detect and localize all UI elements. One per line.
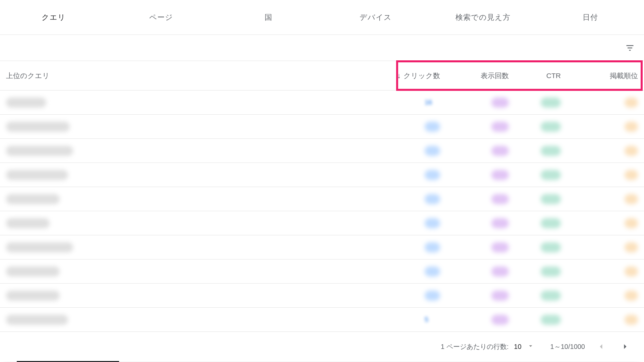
ctr-value	[541, 242, 561, 252]
query-text-blurred	[6, 194, 60, 204]
tab-country[interactable]: 国	[215, 0, 322, 35]
filter-icon[interactable]	[625, 43, 635, 53]
column-header-label: 上位のクエリ	[6, 72, 50, 79]
clicks-value	[425, 218, 440, 228]
column-header-position[interactable]: 掲載順位	[561, 71, 638, 80]
impressions-value	[491, 194, 509, 204]
tab-page[interactable]: ページ	[107, 0, 215, 35]
pagination-prev-button[interactable]	[593, 339, 609, 355]
tab-label: 国	[265, 12, 272, 22]
impressions-value	[491, 218, 509, 228]
table-row[interactable]	[0, 163, 644, 187]
rows-per-page-value[interactable]: 10	[514, 343, 521, 351]
tabs-bar: クエリ ページ 国 デバイス 検索での見え方 日付	[0, 0, 644, 35]
column-header-label: 表示回数	[481, 72, 509, 79]
query-text-blurred	[6, 218, 50, 228]
table-row[interactable]	[0, 259, 644, 284]
ctr-value	[541, 98, 561, 108]
table-row[interactable]	[0, 187, 644, 211]
clicks-value	[425, 170, 440, 180]
clicks-value	[425, 266, 440, 277]
rows-per-page-label: 1 ページあたりの行数:	[441, 342, 508, 351]
impressions-value	[491, 266, 509, 277]
ctr-value	[541, 146, 561, 156]
ctr-value	[541, 315, 561, 325]
ctr-value	[541, 266, 561, 277]
clicks-value	[425, 146, 440, 156]
clicks-value	[425, 291, 440, 301]
table-row[interactable]	[0, 115, 644, 139]
clicks-value	[425, 242, 440, 252]
impressions-value	[491, 122, 509, 132]
tab-label: デバイス	[360, 12, 392, 22]
ctr-value	[541, 291, 561, 301]
tab-label: 日付	[583, 12, 598, 22]
ctr-value	[541, 122, 561, 132]
clicks-value	[425, 194, 440, 204]
query-text-blurred	[6, 98, 46, 108]
impressions-value	[491, 146, 509, 156]
table-row[interactable]	[0, 211, 644, 235]
impressions-value	[491, 315, 509, 325]
position-value	[625, 242, 638, 252]
tab-date[interactable]: 日付	[537, 0, 644, 35]
position-value	[625, 266, 638, 277]
tab-label: 検索での見え方	[455, 12, 511, 22]
column-header-ctr[interactable]: CTR	[509, 72, 561, 80]
impressions-value	[491, 242, 509, 252]
dropdown-arrow-icon[interactable]	[527, 342, 534, 351]
position-value	[625, 170, 638, 180]
clicks-value: 16	[425, 99, 440, 106]
column-header-label: クリック数	[404, 71, 440, 80]
table-header-row: 上位のクエリ ↓ クリック数 表示回数 CTR 掲載順位	[0, 61, 644, 90]
pagination-bar: 1 ページあたりの行数: 10 1～10/1000	[0, 332, 644, 361]
position-value	[625, 218, 638, 228]
query-text-blurred	[6, 170, 68, 180]
ctr-value	[541, 218, 561, 228]
position-value	[625, 146, 638, 156]
position-value	[625, 291, 638, 301]
tab-search-appearance[interactable]: 検索での見え方	[429, 0, 537, 35]
query-text-blurred	[6, 242, 73, 252]
query-text-blurred	[6, 291, 60, 301]
tab-label: クエリ	[42, 12, 66, 22]
tab-query[interactable]: クエリ	[0, 0, 107, 35]
impressions-value	[491, 170, 509, 180]
position-value	[625, 122, 638, 132]
position-value	[625, 98, 638, 108]
sort-descending-icon: ↓	[397, 72, 401, 79]
table-row[interactable]: 16	[0, 90, 644, 115]
table-row[interactable]	[0, 139, 644, 163]
query-text-blurred	[6, 266, 60, 277]
pagination-next-button[interactable]	[617, 339, 633, 355]
impressions-value	[491, 291, 509, 301]
query-text-blurred	[6, 146, 73, 156]
table-row[interactable]	[0, 235, 644, 259]
table-row[interactable]: 5	[0, 308, 644, 332]
tab-device[interactable]: デバイス	[322, 0, 429, 35]
filter-toolbar	[0, 35, 644, 61]
clicks-value	[425, 122, 440, 132]
column-header-label: CTR	[546, 72, 561, 79]
clicks-value: 5	[425, 316, 440, 323]
rows-per-page: 1 ページあたりの行数: 10	[441, 342, 534, 351]
column-header-clicks[interactable]: ↓ クリック数	[373, 71, 440, 80]
pagination-range: 1～10/1000	[550, 342, 585, 351]
ctr-value	[541, 170, 561, 180]
tab-label: ページ	[149, 12, 173, 22]
ctr-value	[541, 194, 561, 204]
column-header-impressions[interactable]: 表示回数	[440, 71, 509, 80]
query-text-blurred	[6, 122, 70, 132]
table-row[interactable]	[0, 284, 644, 308]
impressions-value	[491, 98, 509, 108]
query-text-blurred	[6, 315, 68, 325]
position-value	[625, 194, 638, 204]
column-header-query[interactable]: 上位のクエリ	[6, 71, 373, 80]
column-header-label: 掲載順位	[610, 72, 638, 79]
position-value	[625, 315, 638, 325]
